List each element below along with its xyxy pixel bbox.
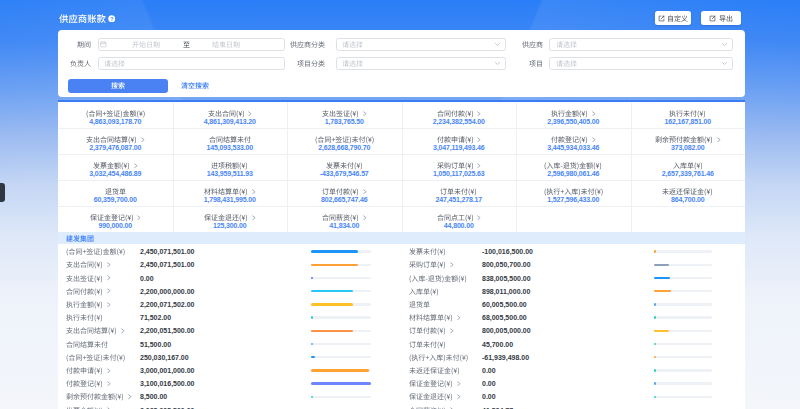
svg-text:?: ? — [110, 15, 113, 21]
